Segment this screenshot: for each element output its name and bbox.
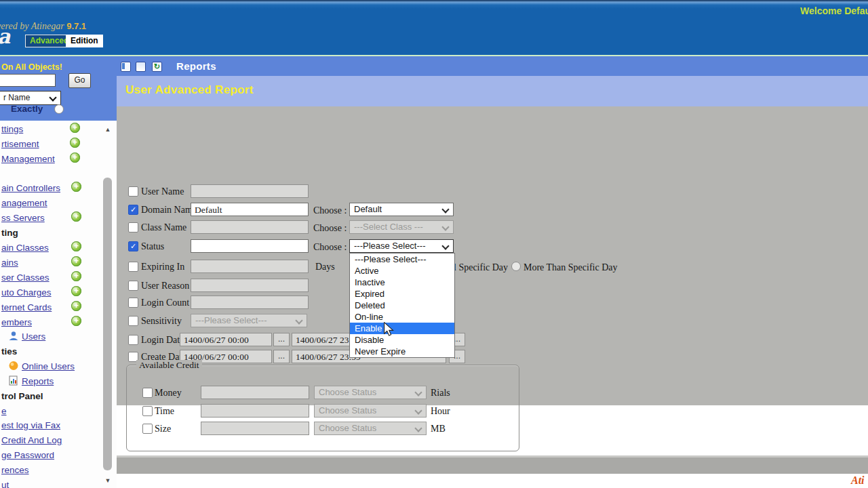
sidebar-item[interactable]: embers [1, 316, 32, 329]
sidebar-link[interactable]: embers [1, 317, 32, 327]
domain-name-input[interactable]: Default [191, 203, 309, 216]
login-date-checkbox[interactable] [128, 335, 138, 345]
sidebar-link[interactable]: ser Classes [1, 272, 50, 283]
refresh-icon[interactable]: ↻ [152, 62, 162, 72]
sidebar-link[interactable]: ss Servers [1, 213, 45, 223]
dropdown-option[interactable]: Inactive [350, 277, 454, 288]
domain-name-checkbox[interactable] [128, 205, 138, 215]
sidebar-link[interactable]: rtisement [1, 139, 39, 149]
sidebar-link[interactable]: uto Charges [1, 287, 52, 298]
user-name-checkbox[interactable] [128, 186, 138, 197]
plus-icon[interactable] [71, 286, 81, 296]
more-than-specific-day-radio[interactable] [511, 262, 521, 271]
money-checkbox[interactable] [142, 388, 153, 398]
sidebar-item[interactable]: Management [1, 152, 55, 166]
sidebar-item[interactable]: ternet Cards [1, 301, 52, 314]
panel-layout-icon[interactable] [121, 62, 131, 72]
sidebar-link[interactable]: Management [1, 154, 55, 164]
money-input[interactable] [201, 386, 309, 399]
plus-icon[interactable] [71, 211, 81, 222]
plus-icon[interactable] [71, 316, 81, 326]
sidebar-link[interactable]: est log via Fax [1, 420, 60, 430]
expiring-in-checkbox[interactable] [128, 262, 138, 272]
sidebar-item[interactable]: ain Controllers [1, 182, 60, 195]
sidebar-item[interactable]: ut [1, 479, 9, 488]
user-reason-checkbox[interactable] [128, 281, 138, 291]
expiring-in-input[interactable] [191, 260, 309, 273]
sidebar-item-reports[interactable]: Reports [0, 375, 54, 388]
sidebar-item[interactable]: est log via Fax [1, 419, 60, 432]
sidebar-link[interactable]: Online Users [22, 361, 75, 371]
sidebar-link[interactable]: ge Password [1, 450, 54, 460]
dropdown-option[interactable]: On-line [350, 311, 454, 323]
class-name-input[interactable] [191, 220, 309, 234]
plus-icon[interactable] [71, 182, 81, 192]
sidebar-link[interactable]: ain Controllers [1, 183, 60, 193]
plus-icon[interactable] [70, 138, 80, 148]
size-input[interactable] [201, 422, 309, 435]
dropdown-option[interactable]: Expired [350, 288, 454, 300]
login-count-input[interactable] [191, 296, 309, 309]
scroll-up-icon[interactable]: ▲ [104, 126, 112, 133]
scroll-down-icon[interactable]: ▼ [104, 477, 112, 484]
plus-icon[interactable] [70, 152, 80, 163]
login-date-from-input[interactable]: 1400/06/27 00:00 [180, 333, 272, 346]
exactly-radio[interactable] [54, 104, 64, 114]
login-date-from-picker-button[interactable]: ... [273, 333, 290, 346]
sidebar-item[interactable]: rences [1, 464, 29, 477]
time-input[interactable] [201, 404, 309, 418]
status-input[interactable] [191, 239, 309, 253]
time-checkbox[interactable] [142, 406, 153, 416]
user-name-input[interactable] [191, 184, 309, 198]
class-name-checkbox[interactable] [128, 222, 138, 232]
sidebar-link[interactable]: ttings [1, 124, 23, 134]
dropdown-option[interactable]: Active [350, 265, 454, 277]
plus-icon[interactable] [70, 123, 80, 133]
dropdown-option[interactable]: Disable [350, 334, 454, 346]
sidebar-item-users[interactable]: Users [0, 330, 45, 344]
sidebar-item[interactable]: ge Password [1, 449, 54, 462]
sensitivity-checkbox[interactable] [128, 316, 138, 326]
sidebar-item[interactable]: ser Classes [1, 271, 50, 285]
sidebar-link[interactable]: ain Classes [1, 243, 49, 253]
plus-icon[interactable] [71, 256, 81, 266]
go-button[interactable]: Go [68, 73, 91, 88]
sidebar-item[interactable]: anagement [1, 197, 47, 210]
plus-icon[interactable] [71, 241, 81, 251]
dropdown-option[interactable]: ---Please Select--- [350, 253, 454, 265]
create-date-from-picker-button[interactable]: ... [273, 350, 290, 363]
dropdown-option-highlighted[interactable]: Enable [350, 323, 454, 334]
sidebar-item[interactable]: Credit And Log [1, 434, 62, 447]
sidebar-item[interactable]: ss Servers [1, 211, 45, 225]
user-reason-input[interactable] [191, 279, 309, 292]
sidebar-item[interactable]: ain Classes [1, 241, 49, 255]
plus-icon[interactable] [71, 271, 81, 281]
sidebar-item[interactable]: ttings [1, 123, 23, 136]
sidebar-item[interactable]: rtisement [1, 138, 39, 151]
dropdown-option[interactable]: Never Expire [350, 346, 454, 357]
sidebar-item-online-users[interactable]: Online Users [0, 360, 75, 373]
sidebar-link[interactable]: ternet Cards [1, 302, 52, 312]
sidebar-link[interactable]: ut [1, 480, 9, 488]
sidebar-scrollbar[interactable] [103, 178, 112, 470]
search-input[interactable] [0, 74, 56, 87]
dropdown-option[interactable]: Deleted [350, 300, 454, 311]
plus-icon[interactable] [71, 301, 81, 311]
domain-choose-select[interactable]: Default [349, 203, 454, 216]
sidebar-item[interactable]: ains [1, 256, 18, 270]
login-count-checkbox[interactable] [128, 298, 138, 308]
size-checkbox[interactable] [142, 424, 153, 434]
sidebar-link[interactable]: rences [1, 465, 29, 475]
sidebar-link[interactable]: anagement [1, 198, 47, 208]
sidebar-link[interactable]: e [1, 406, 7, 416]
sidebar-link[interactable]: Users [22, 331, 45, 342]
search-type-select[interactable]: r Name [0, 91, 61, 105]
status-checkbox[interactable] [128, 241, 138, 251]
sidebar-link[interactable]: ains [1, 258, 18, 268]
sidebar-item[interactable]: e [1, 405, 7, 418]
sidebar-link[interactable]: Reports [22, 376, 54, 386]
window-icon[interactable] [136, 62, 146, 72]
sidebar-link[interactable]: Credit And Log [1, 435, 62, 445]
status-choose-select[interactable]: ---Please Select--- [349, 239, 454, 253]
sidebar-item[interactable]: uto Charges [1, 286, 52, 300]
